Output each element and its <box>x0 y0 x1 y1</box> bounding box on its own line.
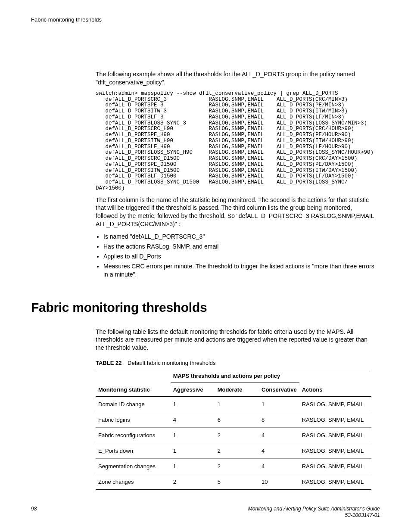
cell-cons: 1 <box>259 397 299 412</box>
cell-mod: 2 <box>215 443 259 459</box>
cell-mod: 2 <box>215 459 259 474</box>
cell-aggr: 4 <box>171 412 215 428</box>
cell-act: RASLOG, SNMP, EMAIL <box>299 459 371 474</box>
cell-cons: 8 <box>259 412 299 428</box>
doc-number: 53-1003147-01 <box>248 512 380 519</box>
cell-stat: Fabric reconfigurations <box>96 428 171 443</box>
cell-aggr: 1 <box>171 459 215 474</box>
list-item: Measures CRC errors per minute. The thre… <box>103 262 375 279</box>
group-header: MAPS thresholds and actions per policy <box>171 369 299 383</box>
page-footer: 98 Monitoring and Alerting Policy Suite … <box>31 506 380 519</box>
doc-title: Monitoring and Alerting Policy Suite Adm… <box>248 506 380 513</box>
cell-act: RASLOG, SNMP, EMAIL <box>299 474 371 490</box>
table-row: Fabric logins 4 6 8 RASLOG, SNMP, EMAIL <box>96 412 371 428</box>
col-aggressive: Aggressive <box>171 383 215 397</box>
col-conservative: Conservative <box>259 383 299 397</box>
cell-aggr: 2 <box>171 474 215 490</box>
list-item: Is named "defALL_D_PORTSCRC_3" <box>103 233 375 241</box>
cell-stat: Fabric logins <box>96 412 171 428</box>
list-item: Has the actions RASLog, SNMP, and email <box>103 243 375 251</box>
explain-paragraph: The first column is the name of the stat… <box>96 196 375 229</box>
table-row: Segmentation changes 1 2 4 RASLOG, SNMP,… <box>96 459 371 474</box>
cell-aggr: 1 <box>171 397 215 412</box>
cell-act: RASLOG, SNMP, EMAIL <box>299 443 371 459</box>
section-paragraph: The following table lists the default mo… <box>96 328 375 352</box>
col-moderate: Moderate <box>215 383 259 397</box>
cell-stat: E_Ports down <box>96 443 171 459</box>
intro-paragraph: The following example shows all the thre… <box>96 70 375 87</box>
cell-stat: Zone changes <box>96 474 171 490</box>
cell-cons: 4 <box>259 459 299 474</box>
col-stat: Monitoring statistic <box>96 383 171 397</box>
cell-cons: 4 <box>259 443 299 459</box>
cell-mod: 6 <box>215 412 259 428</box>
bullet-list: Is named "defALL_D_PORTSCRC_3" Has the a… <box>96 233 375 278</box>
table-row: Fabric reconfigurations 1 2 4 RASLOG, SN… <box>96 428 371 443</box>
cell-aggr: 1 <box>171 443 215 459</box>
thresholds-table: MAPS thresholds and actions per policy M… <box>96 369 371 490</box>
cell-cons: 10 <box>259 474 299 490</box>
cell-cons: 4 <box>259 428 299 443</box>
table-title: Default fabric monitoring thresholds <box>128 360 216 366</box>
table-number: TABLE 22 <box>96 360 121 366</box>
cell-stat: Domain ID change <box>96 397 171 412</box>
table-caption: TABLE 22 Default fabric monitoring thres… <box>96 360 375 366</box>
cell-act: RASLOG, SNMP, EMAIL <box>299 397 371 412</box>
table-row: E_Ports down 1 2 4 RASLOG, SNMP, EMAIL <box>96 443 371 459</box>
cell-act: RASLOG, SNMP, EMAIL <box>299 428 371 443</box>
section-heading: Fabric monitoring thresholds <box>31 300 380 315</box>
cell-mod: 5 <box>215 474 259 490</box>
col-actions: Actions <box>299 383 371 397</box>
running-head: Fabric monitoring thresholds <box>31 16 380 23</box>
code-block: switch:admin> mapspolicy --show dflt_con… <box>96 91 380 192</box>
cell-stat: Segmentation changes <box>96 459 171 474</box>
list-item: Applies to all D_Ports <box>103 252 375 261</box>
cell-act: RASLOG, SNMP, EMAIL <box>299 412 371 428</box>
cell-mod: 1 <box>215 397 259 412</box>
table-row: Zone changes 2 5 10 RASLOG, SNMP, EMAIL <box>96 474 371 490</box>
cell-mod: 2 <box>215 428 259 443</box>
page-number: 98 <box>31 506 37 512</box>
cell-aggr: 1 <box>171 428 215 443</box>
table-row: Domain ID change 1 1 1 RASLOG, SNMP, EMA… <box>96 397 371 412</box>
